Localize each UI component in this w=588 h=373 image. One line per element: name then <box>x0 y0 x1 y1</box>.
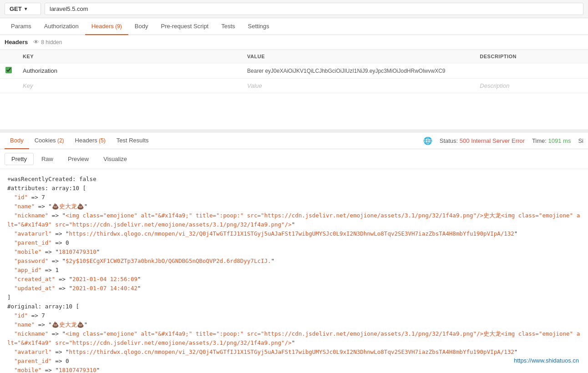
status-label: Status: 500 Internal Server Error <box>440 137 525 144</box>
row-checkbox[interactable] <box>5 67 12 73</box>
headers-table: KEY VALUE DESCRIPTION Authorization Bear… <box>0 50 588 93</box>
col-value-header: VALUE <box>242 50 474 63</box>
response-status: 🌐 Status: 500 Internal Server Error Time… <box>423 136 583 145</box>
empty-value-cell[interactable]: Value <box>242 79 474 93</box>
value-cell: Bearer eyJ0eXAiOiJKV1QiLCJhbGciOiJIUzI1N… <box>242 63 474 79</box>
col-checkbox <box>0 50 17 63</box>
hidden-count[interactable]: 👁 8 hidden <box>33 39 62 45</box>
tab-params[interactable]: Params <box>5 18 38 35</box>
method-label: GET <box>10 5 22 12</box>
response-tab-headers[interactable]: Headers (5) <box>70 132 111 149</box>
time-label: Time: 1091 ms <box>532 137 571 144</box>
empty-desc-cell[interactable]: Description <box>474 79 588 93</box>
col-key-header: KEY <box>17 50 242 63</box>
key-text: Authorization <box>23 67 57 74</box>
table-empty-row: Key Value Description <box>0 79 588 93</box>
code-output: +wasRecentlyCreated: false #attributes: … <box>0 169 588 373</box>
format-tabs: Pretty Raw Preview Visualize <box>0 149 588 169</box>
desc-cell <box>474 63 588 79</box>
tab-settings[interactable]: Settings <box>242 18 276 35</box>
tab-pre-request[interactable]: Pre-request Script <box>154 18 215 35</box>
url-bar: GET ▼ <box>0 0 588 18</box>
status-value: 500 Internal Server Error <box>460 137 525 144</box>
format-tab-visualize[interactable]: Visualize <box>96 153 134 165</box>
key-placeholder: Key <box>23 82 33 89</box>
watermark: https://www.shidatuos.cn <box>514 357 579 364</box>
table-row: Authorization Bearer eyJ0eXAiOiJKV1QiLCJ… <box>0 63 588 79</box>
value-text: Bearer eyJ0eXAiOiJKV1QiLCJhbGciOiJIUzI1N… <box>247 68 445 74</box>
tab-body[interactable]: Body <box>128 18 155 35</box>
empty-key-cell[interactable]: Key <box>17 79 242 93</box>
format-tab-preview[interactable]: Preview <box>61 153 96 165</box>
code-line-1: +wasRecentlyCreated: false #attributes: … <box>7 176 580 373</box>
format-tab-raw[interactable]: Raw <box>35 153 60 165</box>
method-arrow-icon: ▼ <box>24 6 28 11</box>
response-tab-test-results[interactable]: Test Results <box>111 132 154 149</box>
value-placeholder: Value <box>247 82 262 89</box>
response-tabs-bar: Body Cookies (2) Headers (5) Test Result… <box>0 132 588 149</box>
tab-headers[interactable]: Headers (9) <box>85 18 128 35</box>
tab-tests[interactable]: Tests <box>215 18 241 35</box>
eye-icon: 👁 <box>33 39 39 45</box>
desc-placeholder: Description <box>480 82 509 89</box>
headers-section: Headers 👁 8 hidden <box>0 35 588 50</box>
empty-checkbox-cell <box>0 79 17 93</box>
url-input[interactable] <box>45 3 583 15</box>
method-select[interactable]: GET ▼ <box>5 3 41 15</box>
headers-label: Headers <box>5 39 28 45</box>
tab-authorization[interactable]: Authorization <box>38 18 85 35</box>
key-cell: Authorization <box>17 63 242 79</box>
response-tab-cookies[interactable]: Cookies (2) <box>29 132 70 149</box>
format-tab-pretty[interactable]: Pretty <box>5 153 34 165</box>
globe-icon: 🌐 <box>423 136 432 145</box>
size-label: Si <box>578 137 583 144</box>
row-checkbox-cell[interactable] <box>0 63 17 79</box>
hidden-count-label: 8 hidden <box>41 39 62 45</box>
table-header-row: KEY VALUE DESCRIPTION <box>0 50 588 63</box>
col-desc-header: DESCRIPTION <box>474 50 588 63</box>
time-value: 1091 ms <box>548 137 571 144</box>
request-tabs: Params Authorization Headers (9) Body Pr… <box>0 18 588 35</box>
response-tab-body[interactable]: Body <box>5 132 29 149</box>
spacer <box>0 93 588 130</box>
